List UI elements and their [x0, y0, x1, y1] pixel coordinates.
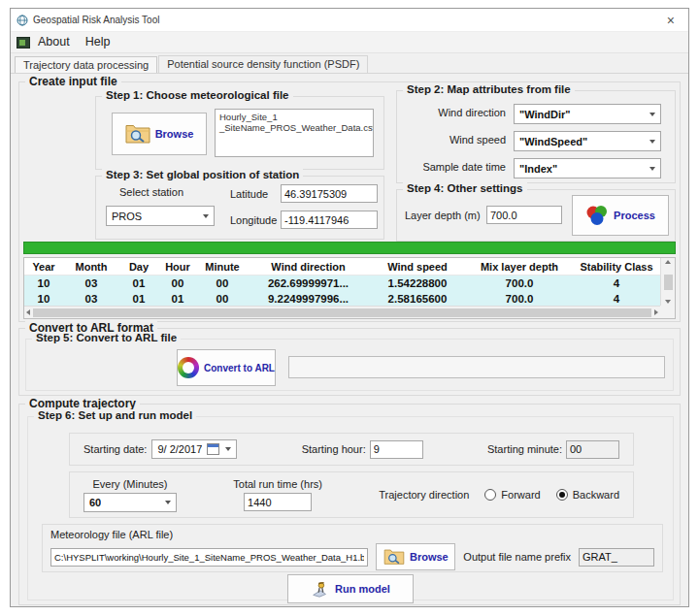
chevron-down-icon [649, 140, 655, 144]
arl-file-panel: Meteorology file (ARL file) Browse Outpu… [42, 524, 663, 572]
vscroll-thumb[interactable] [664, 275, 673, 290]
starting-date-picker[interactable]: 9/ 2/2017 [151, 439, 237, 459]
folder-search-icon [125, 123, 150, 145]
about-menu-icon [17, 37, 30, 49]
forward-radio[interactable]: Forward [484, 489, 540, 501]
scroll-up-icon[interactable] [665, 260, 671, 264]
wind-direction-value: "WindDir" [519, 109, 571, 120]
menu-about[interactable]: About [34, 34, 78, 50]
met-file-path-field[interactable] [50, 548, 368, 567]
backward-radio[interactable]: Backward [556, 489, 619, 501]
globe-icon [17, 15, 28, 26]
col-minute[interactable]: Minute [197, 261, 248, 273]
menu-help[interactable]: Help [82, 34, 118, 50]
layer-depth-field[interactable] [486, 206, 562, 224]
layer-depth-label: Layer depth (m) [405, 210, 481, 221]
cell-minute: 00 [197, 277, 248, 289]
close-icon[interactable]: × [659, 13, 682, 28]
compute-trajectory-group: Compute trajectory Step 6: Set up and ru… [18, 404, 681, 605]
select-station-label: Select station [119, 186, 183, 198]
step5-legend: Step 5: Convert to ARL file [32, 332, 181, 343]
app-window: Geospatial Risk Analysis Tool × About He… [10, 8, 689, 607]
col-stability-class[interactable]: Stability Class [573, 261, 660, 273]
output-prefix-field[interactable] [579, 548, 654, 567]
starting-date-value: 9/ 2/2017 [157, 443, 202, 455]
wind-speed-value: "WindSpeed" [519, 136, 587, 147]
starting-date-label: Starting date: [83, 443, 147, 455]
station-select[interactable]: PROS [106, 206, 215, 226]
window-title: Geospatial Risk Analysis Tool [33, 15, 659, 25]
cell-minute: 00 [197, 293, 248, 305]
col-month[interactable]: Month [63, 261, 119, 273]
latitude-field[interactable] [281, 184, 378, 203]
convert-progress-bar [288, 356, 665, 378]
run-model-button[interactable]: Run model [287, 574, 414, 603]
cell-wind-speed: 2.58165600 [369, 293, 466, 305]
step3-legend: Step 3: Set global position of station [102, 169, 303, 180]
scroll-down-icon[interactable] [665, 300, 671, 304]
weather-data-table: Year Month Day Hour Minute Wind directio… [23, 257, 676, 319]
chevron-down-icon [203, 214, 209, 218]
table-row[interactable]: 10 03 01 00 00 262.69999971... 1.5422880… [24, 276, 660, 291]
vertical-scrollbar[interactable] [660, 258, 675, 306]
convert-arl-group: Convert to ARL format Step 5: Convert to… [18, 328, 681, 396]
run-settings-panel: Every (Minutes) 60 Total run time (hrs) … [69, 471, 634, 518]
cell-stability-class: 4 [573, 277, 660, 289]
step2-legend: Step 2: Map attributes from file [403, 83, 575, 95]
browse-meteo-file-button[interactable]: Browse [112, 113, 207, 155]
step6-group: Step 6: Set up and run model Starting da… [27, 416, 674, 600]
starting-minute-label: Starting minute: [487, 443, 562, 455]
every-minutes-select[interactable]: 60 [83, 493, 177, 512]
col-day[interactable]: Day [119, 261, 158, 273]
chevron-down-icon [165, 501, 171, 504]
scroll-right-icon[interactable] [654, 309, 658, 315]
tab-trajectory-data-processing[interactable]: Trajectory data processing [15, 56, 157, 74]
longitude-field[interactable] [281, 211, 378, 229]
col-mix-layer-depth[interactable]: Mix layer depth [466, 261, 573, 273]
met-file-label: Meteorology file (ARL file) [50, 529, 654, 540]
process-button[interactable]: Process [572, 195, 669, 236]
trajectory-direction-label: Trajectory direction [379, 489, 469, 501]
total-run-time-field[interactable] [244, 493, 312, 511]
wind-direction-select[interactable]: "WindDir" [514, 104, 661, 124]
wind-speed-label: Wind speed [397, 134, 506, 146]
cell-month: 03 [63, 293, 119, 305]
run-model-icon [311, 579, 330, 599]
browse-meteo-file-label: Browse [155, 128, 194, 140]
starting-hour-field[interactable] [370, 440, 423, 459]
cell-day: 01 [119, 277, 158, 289]
scroll-left-icon[interactable] [26, 309, 30, 315]
convert-to-arl-button[interactable]: Convert to ARL [177, 349, 276, 386]
cell-mix-layer-depth: 700.0 [466, 293, 573, 305]
scrollbar-corner [660, 306, 675, 318]
col-wind-speed[interactable]: Wind speed [369, 261, 466, 273]
process-label: Process [614, 210, 655, 221]
browse-arl-file-button[interactable]: Browse [376, 543, 455, 570]
table-row[interactable]: 10 03 01 01 00 9.2249997996... 2.5816560… [24, 291, 660, 306]
tab-psdf[interactable]: Potential source density function (PSDF) [158, 55, 368, 73]
chevron-down-icon [649, 113, 655, 116]
meteo-file-display: Hourly_Site_1 _SiteName_PROS_Weather_Dat… [215, 109, 374, 157]
wind-speed-select[interactable]: "WindSpeed" [514, 131, 661, 151]
chevron-down-icon [649, 167, 655, 171]
col-wind-direction[interactable]: Wind direction [248, 261, 369, 273]
cell-hour: 00 [158, 277, 197, 289]
cell-wind-direction: 262.69999971... [248, 277, 369, 289]
backward-radio-label: Backward [573, 489, 619, 501]
start-time-panel: Starting date: 9/ 2/2017 Starting hour: [69, 433, 634, 466]
meteo-file-name-line2: _SiteName_PROS_Weather_Data.csv [219, 122, 369, 133]
cell-wind-speed: 1.54228800 [369, 277, 466, 289]
sample-date-time-select[interactable]: "Index" [514, 158, 661, 178]
col-year[interactable]: Year [24, 261, 63, 273]
cell-stability-class: 4 [573, 293, 660, 305]
hscroll-thumb[interactable] [33, 308, 651, 317]
folder-search-icon [383, 548, 405, 566]
starting-minute-field[interactable] [566, 440, 619, 459]
latitude-label: Latitude [230, 188, 268, 200]
step3-group: Step 3: Set global position of station S… [95, 176, 384, 240]
horizontal-scrollbar[interactable] [24, 306, 660, 318]
step1-group: Step 1: Choose meteorological file Brows… [95, 96, 384, 170]
sample-date-time-value: "Index" [519, 163, 557, 175]
col-hour[interactable]: Hour [158, 261, 197, 273]
rgb-spheres-icon [585, 204, 609, 227]
